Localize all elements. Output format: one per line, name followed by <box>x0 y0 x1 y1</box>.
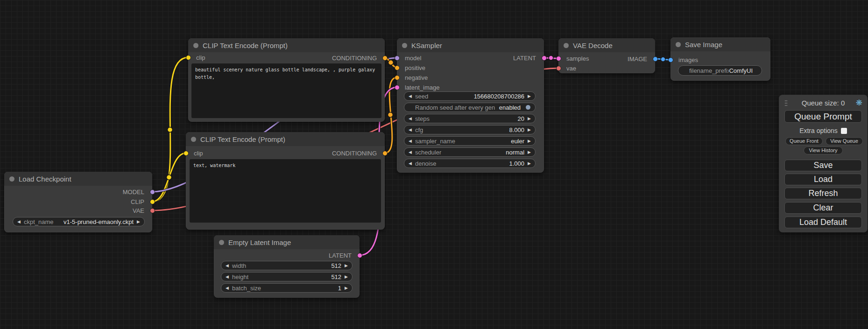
input-positive[interactable]: positive <box>397 63 425 72</box>
node-title-bar[interactable]: CLIP Text Encode (Prompt) <box>186 132 385 146</box>
ckpt-name-widget[interactable]: ◀ ckpt_name v1-5-pruned-emaonly.ckpt ▶ <box>13 217 145 226</box>
positive-prompt-textarea[interactable]: beautiful scenery nature glass bottle la… <box>191 63 381 118</box>
image-port-icon[interactable] <box>653 56 658 62</box>
next-value-arrow-icon[interactable]: ▶ <box>528 128 531 132</box>
next-value-arrow-icon[interactable]: ▶ <box>345 264 348 268</box>
vae-port-icon[interactable] <box>150 208 155 213</box>
negative-prompt-textarea[interactable]: text, watermark <box>190 159 381 223</box>
latent-port-icon[interactable] <box>542 56 547 61</box>
image-port-icon[interactable] <box>668 57 673 63</box>
collapse-dot-icon[interactable] <box>676 42 681 47</box>
output-latent[interactable]: LATENT <box>329 251 360 260</box>
load-default-button[interactable]: Load Default <box>784 217 862 228</box>
node-title-bar[interactable]: Empty Latent Image <box>214 235 360 249</box>
node-clip-text-encode-negative[interactable]: CLIP Text Encode (Prompt) clip CONDITION… <box>186 132 385 230</box>
queue-prompt-button[interactable]: Queue Prompt <box>784 110 862 123</box>
next-value-arrow-icon[interactable]: ▶ <box>345 286 348 290</box>
input-model[interactable]: model <box>397 53 421 63</box>
conditioning-port-icon[interactable] <box>395 65 400 70</box>
collapse-dot-icon[interactable] <box>193 43 198 48</box>
cfg-widget[interactable]: ◀ cfg 8.000 ▶ <box>404 125 536 134</box>
collapse-dot-icon[interactable] <box>564 43 569 48</box>
input-images[interactable]: images <box>670 55 698 64</box>
sampler-name-widget[interactable]: ◀ sampler_name euler ▶ <box>404 136 536 146</box>
collapse-dot-icon[interactable] <box>219 240 224 245</box>
prev-value-arrow-icon[interactable]: ◀ <box>409 94 412 98</box>
node-ksampler[interactable]: KSampler model positive negative latent_… <box>397 38 544 173</box>
conditioning-port-icon[interactable] <box>382 56 388 61</box>
latent-port-icon[interactable] <box>395 85 400 90</box>
settings-gear-icon[interactable]: ❋ <box>856 98 862 108</box>
node-title-bar[interactable]: Save Image <box>670 37 770 51</box>
next-value-arrow-icon[interactable]: ▶ <box>528 150 531 154</box>
seed-widget[interactable]: ◀ seed 156680208700286 ▶ <box>404 91 536 101</box>
scheduler-widget[interactable]: ◀ scheduler normal ▶ <box>404 147 536 157</box>
prev-value-arrow-icon[interactable]: ◀ <box>409 161 412 166</box>
next-value-arrow-icon[interactable]: ▶ <box>345 275 348 279</box>
input-clip[interactable]: clip <box>188 53 205 62</box>
input-clip[interactable]: clip <box>186 148 203 158</box>
load-button[interactable]: Load <box>784 174 862 185</box>
conditioning-port-icon[interactable] <box>395 75 400 80</box>
steps-widget[interactable]: ◀ steps 20 ▶ <box>404 114 536 123</box>
prev-value-arrow-icon[interactable]: ◀ <box>226 275 229 279</box>
collapse-dot-icon[interactable] <box>9 176 14 182</box>
prev-value-arrow-icon[interactable]: ◀ <box>409 150 412 154</box>
node-empty-latent-image[interactable]: Empty Latent Image LATENT ◀ width 512 ▶ … <box>214 235 360 298</box>
prev-value-arrow-icon[interactable]: ◀ <box>409 128 412 132</box>
output-conditioning[interactable]: CONDITIONING <box>332 53 385 63</box>
node-save-image[interactable]: Save Image images filename_prefix ComfyU… <box>670 37 770 81</box>
vae-port-icon[interactable] <box>556 66 561 71</box>
next-value-arrow-icon[interactable]: ▶ <box>528 117 531 121</box>
collapse-dot-icon[interactable] <box>402 43 407 48</box>
filename-prefix-widget[interactable]: filename_prefix ComfyUI <box>678 65 762 76</box>
refresh-button[interactable]: Refresh <box>784 188 862 199</box>
node-title-bar[interactable]: KSampler <box>397 38 544 52</box>
node-vae-decode[interactable]: VAE Decode samples vae IMAGE <box>558 38 655 73</box>
prev-value-arrow-icon[interactable]: ◀ <box>226 286 229 290</box>
next-value-arrow-icon[interactable]: ▶ <box>528 139 531 143</box>
prev-value-arrow-icon[interactable]: ◀ <box>17 220 21 224</box>
height-widget[interactable]: ◀ height 512 ▶ <box>221 272 353 281</box>
output-latent[interactable]: LATENT <box>513 53 544 63</box>
clip-port-icon[interactable] <box>186 55 191 60</box>
collapse-dot-icon[interactable] <box>191 137 196 142</box>
node-graph-canvas[interactable]: Load Checkpoint MODEL CLIP VAE ◀ ckpt_na… <box>0 0 868 329</box>
prev-value-arrow-icon[interactable]: ◀ <box>409 139 412 143</box>
input-vae[interactable]: vae <box>558 63 576 73</box>
latent-port-icon[interactable] <box>556 56 561 61</box>
node-load-checkpoint[interactable]: Load Checkpoint MODEL CLIP VAE ◀ ckpt_na… <box>4 172 152 232</box>
clip-port-icon[interactable] <box>150 199 155 204</box>
clear-button[interactable]: Clear <box>784 202 862 214</box>
node-clip-text-encode-positive[interactable]: CLIP Text Encode (Prompt) clip CONDITION… <box>188 38 385 122</box>
conditioning-port-icon[interactable] <box>382 151 388 156</box>
next-value-arrow-icon[interactable]: ▶ <box>528 161 531 166</box>
save-button[interactable]: Save <box>784 160 862 171</box>
prev-value-arrow-icon[interactable]: ◀ <box>409 117 412 121</box>
denoise-widget[interactable]: ◀ denoise 1.000 ▶ <box>404 159 536 168</box>
random-seed-toggle[interactable]: Random seed after every gen enabled <box>404 103 536 112</box>
clip-port-icon[interactable] <box>183 151 189 156</box>
extra-options-checkbox[interactable] <box>841 128 847 134</box>
input-negative[interactable]: negative <box>397 73 428 82</box>
output-clip[interactable]: CLIP <box>131 197 152 206</box>
output-vae[interactable]: VAE <box>133 206 152 215</box>
node-title-bar[interactable]: VAE Decode <box>558 38 655 52</box>
batch-size-widget[interactable]: ◀ batch_size 1 ▶ <box>221 283 353 293</box>
output-conditioning[interactable]: CONDITIONING <box>332 148 385 158</box>
output-model[interactable]: MODEL <box>123 187 152 196</box>
view-history-button[interactable]: View History <box>804 147 843 154</box>
node-title-bar[interactable]: CLIP Text Encode (Prompt) <box>188 38 385 52</box>
toggle-enabled-icon[interactable] <box>525 105 531 110</box>
input-latent-image[interactable]: latent_image <box>397 83 439 92</box>
latent-port-icon[interactable] <box>357 253 362 258</box>
next-value-arrow-icon[interactable]: ▶ <box>137 220 140 224</box>
view-queue-button[interactable]: View Queue <box>826 137 863 145</box>
prev-value-arrow-icon[interactable]: ◀ <box>226 264 229 268</box>
node-title-bar[interactable]: Load Checkpoint <box>4 172 152 186</box>
model-port-icon[interactable] <box>395 56 400 61</box>
width-widget[interactable]: ◀ width 512 ▶ <box>221 261 353 270</box>
output-image[interactable]: IMAGE <box>628 54 655 63</box>
model-port-icon[interactable] <box>150 189 155 195</box>
next-value-arrow-icon[interactable]: ▶ <box>528 94 531 98</box>
